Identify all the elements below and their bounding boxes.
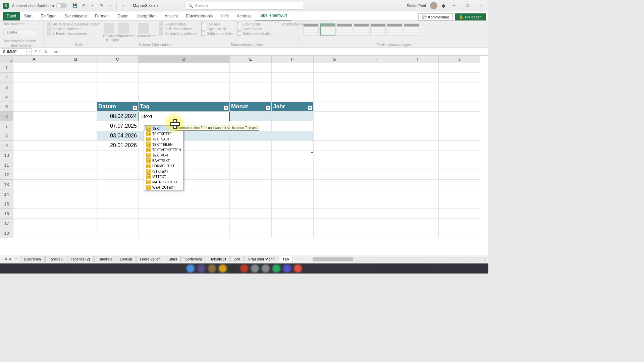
cell-J2[interactable]: [439, 73, 480, 82]
cell-B3[interactable]: [55, 82, 97, 92]
kommentare-button[interactable]: 💬Kommentare: [418, 13, 453, 20]
function-autocomplete[interactable]: TEXTTEXTKETTETEXTNACHTEXTTEILENTEXTVERKE…: [144, 125, 183, 190]
cell-A17[interactable]: [13, 219, 55, 228]
cell-I11[interactable]: [397, 160, 439, 170]
tab-nav-more[interactable]: ⋯: [15, 257, 18, 261]
cell-H1[interactable]: [355, 63, 397, 73]
cell-H6[interactable]: [355, 112, 397, 121]
filter-dropdown-icon[interactable]: ▾: [224, 106, 228, 110]
windows-taskbar[interactable]: [0, 263, 488, 274]
col-header-A[interactable]: A: [13, 56, 55, 63]
cell-B13[interactable]: [55, 180, 97, 189]
row-header-8[interactable]: 8: [0, 131, 13, 141]
qat-more[interactable]: ▾: [120, 3, 126, 9]
tab-formeln[interactable]: Formeln: [91, 12, 114, 20]
chk-total[interactable]: Ergebniszeile: [201, 27, 234, 31]
cell-C1[interactable]: [97, 63, 139, 73]
cell-I10[interactable]: [397, 150, 439, 160]
tab-start[interactable]: Start: [20, 12, 37, 20]
tablename-input[interactable]: [3, 29, 37, 35]
name-box[interactable]: SUMME: [1, 48, 27, 55]
cell-J14[interactable]: [439, 189, 480, 199]
cell-E15[interactable]: [230, 199, 272, 209]
cell-F18[interactable]: [272, 228, 314, 238]
cell-G17[interactable]: [314, 219, 355, 228]
cell-H10[interactable]: [355, 150, 397, 160]
row-header-14[interactable]: 14: [0, 189, 13, 199]
filter-dropdown-icon[interactable]: ▾: [132, 106, 137, 110]
cell-A12[interactable]: [13, 170, 55, 180]
diamond-icon[interactable]: ◆: [441, 2, 445, 9]
cell-F5[interactable]: Jahr▾: [272, 102, 314, 112]
autocomplete-item[interactable]: FORMELTEXT: [144, 163, 183, 169]
row-header-16[interactable]: 16: [0, 209, 13, 219]
cell-C4[interactable]: [97, 92, 139, 102]
resize-table[interactable]: Tabellengröße ändern: [3, 39, 40, 43]
filter-dropdown-icon[interactable]: ▾: [308, 106, 312, 110]
cell-F2[interactable]: [272, 73, 314, 82]
remove-dupes[interactable]: Duplikate entfernen: [47, 27, 100, 31]
col-header-F[interactable]: F: [272, 56, 314, 63]
row-header-7[interactable]: 7: [0, 121, 13, 131]
cell-J10[interactable]: [439, 150, 480, 160]
row-header-18[interactable]: 18: [0, 228, 13, 238]
cell-A16[interactable]: [13, 209, 55, 219]
search-input[interactable]: [195, 4, 300, 8]
cell-F15[interactable]: [272, 199, 314, 209]
cell-A8[interactable]: [13, 131, 55, 141]
col-header-C[interactable]: C: [97, 56, 139, 63]
row-header-5[interactable]: 5: [0, 102, 13, 112]
cell-B14[interactable]: [55, 189, 97, 199]
cell-C11[interactable]: [97, 160, 139, 170]
cell-D15[interactable]: [139, 199, 230, 209]
pivot-summary[interactable]: Mit PivotTable zusammenfassen: [47, 22, 100, 26]
autocomplete-item[interactable]: TEXTNACH: [144, 136, 183, 142]
convert-range[interactable]: In Bereich konvertieren: [47, 32, 100, 36]
avatar[interactable]: [430, 2, 437, 9]
sheet-tab[interactable]: Leere Zeilen: [136, 256, 164, 262]
cell-B9[interactable]: [55, 141, 97, 150]
cell-G9[interactable]: [314, 141, 355, 150]
cell-J15[interactable]: [439, 199, 480, 209]
cell-B7[interactable]: [55, 121, 97, 131]
cell-C10[interactable]: [97, 150, 139, 160]
cell-E9[interactable]: [230, 141, 272, 150]
cell-E18[interactable]: [230, 228, 272, 238]
search-box[interactable]: 🔍: [185, 2, 303, 10]
cell-E13[interactable]: [230, 180, 272, 189]
cell-I4[interactable]: [397, 92, 439, 102]
cell-H7[interactable]: [355, 121, 397, 131]
open-browser[interactable]: Im Browser öffnen: [159, 27, 198, 31]
minimize-icon[interactable]: ─: [449, 2, 459, 9]
cell-D3[interactable]: [139, 82, 230, 92]
cell-I16[interactable]: [397, 209, 439, 219]
cell-H14[interactable]: [355, 189, 397, 199]
cell-F10[interactable]: [272, 150, 314, 160]
cell-H16[interactable]: [355, 209, 397, 219]
col-header-J[interactable]: J: [439, 56, 480, 63]
row-header-13[interactable]: 13: [0, 180, 13, 189]
accept-formula-icon[interactable]: ✓: [39, 49, 42, 54]
cell-D17[interactable]: [139, 219, 230, 228]
autocomplete-item[interactable]: TEXTVOR: [144, 153, 183, 158]
cell-F1[interactable]: [272, 63, 314, 73]
tab-hilfe[interactable]: Hilfe: [217, 12, 233, 20]
filename-dd[interactable]: ▾: [157, 4, 158, 7]
cell-F13[interactable]: [272, 180, 314, 189]
cell-D6[interactable]: =text: [139, 112, 230, 121]
cell-E14[interactable]: [230, 189, 272, 199]
autocomplete-item[interactable]: BAHTTEXT: [144, 158, 183, 163]
cell-C13[interactable]: [97, 180, 139, 189]
col-header-D[interactable]: D: [139, 56, 230, 63]
cell-G3[interactable]: [314, 82, 355, 92]
tab-nav-next[interactable]: ▶: [9, 257, 12, 261]
cell-H12[interactable]: [355, 170, 397, 180]
cell-F8[interactable]: [272, 131, 314, 141]
autosave-toggle[interactable]: [56, 3, 67, 8]
cell-G5[interactable]: [314, 102, 355, 112]
sheet-tab[interactable]: Tabelle1 (2): [67, 256, 94, 262]
cell-I12[interactable]: [397, 170, 439, 180]
cell-E3[interactable]: [230, 82, 272, 92]
cell-E11[interactable]: [230, 160, 272, 170]
sheet-tab[interactable]: Tabelle6: [45, 256, 66, 262]
